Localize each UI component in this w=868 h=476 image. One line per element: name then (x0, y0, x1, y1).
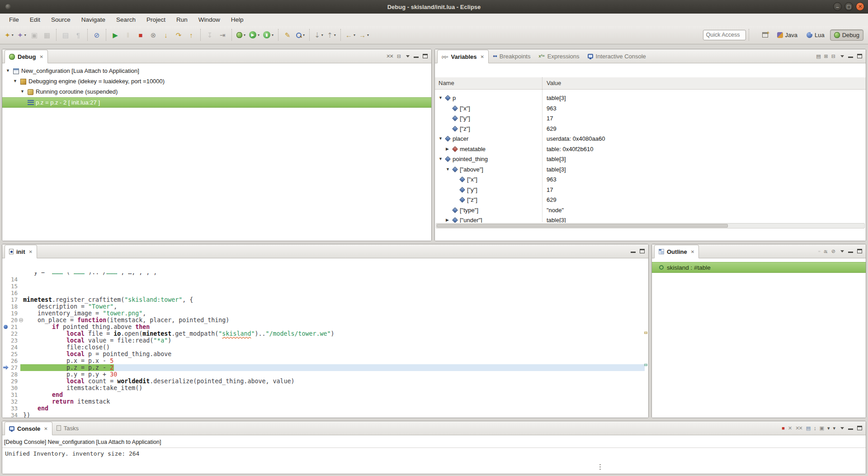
column-value[interactable]: Value (547, 80, 561, 86)
tab-outline[interactable]: Outline ✕ (654, 245, 699, 258)
close-tab-icon[interactable]: ✕ (44, 426, 47, 431)
debug-tree-row[interactable]: ▼Running coroutine (suspended) (2, 87, 431, 97)
tree-expander-icon[interactable]: ▶ (446, 218, 449, 222)
disconnect-button[interactable]: ⊗ (147, 29, 159, 41)
close-tab-icon[interactable]: ✕ (39, 54, 43, 59)
code-line[interactable]: 29 local count = worldedit.deserialize(p… (2, 378, 648, 385)
variable-row-pointed_thing[interactable]: ▼pointed_thingtable[3] (435, 154, 866, 165)
minimize-button[interactable]: – (833, 2, 842, 11)
tree-expander-icon[interactable]: ▼ (13, 79, 17, 83)
minimize-view-icon[interactable] (848, 54, 853, 58)
remove-launch-icon[interactable]: ✕ (788, 426, 791, 431)
code-line[interactable]: 19 inventory_image = "tower.png", (2, 310, 648, 317)
save-all-button[interactable]: ▦ (41, 29, 53, 41)
code-line[interactable]: 20 on_place = function(itemstack, placer… (2, 317, 648, 324)
line-number[interactable]: 20 (2, 317, 18, 324)
step-return-button[interactable]: ↑ (185, 29, 197, 41)
code-line[interactable]: 26 p.x = p.x - 5 (2, 357, 648, 364)
maximize-button[interactable]: ▢ (844, 2, 853, 11)
maximize-view-icon[interactable] (857, 426, 862, 430)
column-divider[interactable] (542, 77, 542, 89)
collapse-all-icon[interactable]: ⊟ (397, 54, 400, 59)
focus-icon[interactable]: ◦◦ (818, 249, 820, 254)
debug-button[interactable]: ▾ (235, 29, 247, 41)
tree-expander-icon[interactable]: ▼ (20, 89, 24, 94)
tab-breakpoints[interactable]: ●● Breakpoints (489, 49, 535, 63)
tree-expander-icon[interactable]: ▼ (446, 167, 450, 171)
dropdown-arrow-icon[interactable]: ▾ (24, 33, 26, 37)
tab-console[interactable]: Console ✕ (5, 422, 52, 435)
code-editor[interactable]: y = "………"("………").."/………", …, , , ,141516… (2, 272, 648, 418)
clear-console-icon[interactable]: ▤ (806, 426, 810, 431)
code-line[interactable]: 16 (2, 290, 648, 296)
sash-grip[interactable] (599, 464, 601, 471)
close-tab-icon[interactable]: ✕ (29, 249, 33, 254)
code-line[interactable]: 30 itemstack:take_item() (2, 385, 648, 391)
remove-all-terminated-icon[interactable]: ✕✕ (795, 426, 802, 431)
tree-expander-icon[interactable]: ▼ (6, 68, 10, 73)
display-selected-console-icon[interactable]: ▾ (827, 426, 829, 431)
tree-expander-icon[interactable]: ▼ (439, 95, 443, 100)
close-tab-icon[interactable]: ✕ (691, 249, 694, 254)
suspend-button[interactable]: ‖ (122, 29, 134, 41)
line-number[interactable]: 16 (2, 290, 18, 296)
show-whitespace-button[interactable]: ¶ (72, 29, 84, 41)
code-line[interactable]: 24 file:close() (2, 344, 648, 351)
code-line[interactable]: 18 description = "Tower", (2, 303, 648, 310)
menu-project[interactable]: Project (141, 14, 171, 26)
profile-button[interactable]: ▮▾ (262, 29, 275, 41)
window-menu-icon[interactable] (5, 4, 11, 10)
stack-frame-row[interactable]: p.z = p.z - 2 [ init.lua:27 ] (2, 97, 431, 108)
step-into-button[interactable]: ↓ (160, 29, 172, 41)
code-line[interactable]: 17minetest.register_craftitem("skisland:… (2, 296, 648, 303)
menu-navigate[interactable]: Navigate (76, 14, 111, 26)
line-number[interactable]: 23 (2, 337, 18, 344)
use-step-filters-button[interactable]: ⇥ (217, 29, 228, 41)
perspective-java[interactable]: Java (774, 30, 801, 40)
sort-icon[interactable]: a↓ (824, 249, 827, 254)
tab-debug[interactable]: Debug ✕ (5, 50, 48, 63)
breakpoint-icon[interactable] (4, 325, 8, 329)
tree-expander-icon[interactable]: ▼ (439, 136, 443, 141)
code-line[interactable]: 14 (2, 276, 648, 283)
new-lua-file-button[interactable]: ✎ (282, 29, 293, 41)
variable-row-under[interactable]: ▶["under"]table[3] (435, 215, 866, 223)
line-number[interactable]: 15 (2, 283, 18, 290)
line-number[interactable]: 28 (2, 371, 18, 378)
variable-row-metatable[interactable]: ▶metatabletable: 0x40f2b610 (435, 144, 866, 155)
dropdown-arrow-icon[interactable]: ▾ (303, 33, 305, 37)
print-button[interactable]: ▤ (60, 29, 71, 41)
dropdown-arrow-icon[interactable]: ▾ (12, 33, 14, 37)
code-line[interactable]: 32 return itemstack (2, 398, 648, 405)
pin-console-icon[interactable]: ▣ (820, 426, 823, 431)
back-button[interactable]: ←▾ (344, 29, 357, 41)
dropdown-arrow-icon[interactable]: ▾ (258, 33, 259, 37)
variable-row-p[interactable]: ▼ptable[3] (435, 93, 866, 104)
drop-to-frame-button[interactable]: ↧ (204, 29, 216, 41)
menu-file[interactable]: File (4, 14, 24, 26)
previous-annotation-button[interactable]: ⇡▾ (326, 29, 337, 41)
debug-tree-row[interactable]: ▼New_configuration [Lua Attach to Applic… (2, 66, 431, 76)
terminate-button[interactable]: ■ (135, 29, 146, 41)
scroll-lock-icon[interactable]: ↨ (814, 426, 816, 431)
search-button[interactable]: ▾ (294, 29, 306, 41)
open-perspective-button[interactable] (760, 29, 771, 41)
maximize-view-icon[interactable] (857, 249, 862, 253)
dropdown-arrow-icon[interactable]: ▾ (321, 33, 323, 37)
run-button[interactable]: ▶▾ (248, 29, 261, 41)
code-line[interactable]: 28 p.y = p.y + 30 (2, 371, 648, 378)
line-number[interactable]: 25 (2, 351, 18, 357)
code-line[interactable]: 34}) (2, 412, 648, 418)
variable-row-x[interactable]: ["x"]963 (435, 104, 866, 114)
tab-interactive-console[interactable]: Interactive Console (584, 49, 650, 63)
line-number[interactable]: 24 (2, 344, 18, 351)
view-menu-icon[interactable] (840, 55, 844, 57)
menu-window[interactable]: Window (193, 14, 226, 26)
tree-expander-icon[interactable]: ▼ (439, 157, 443, 161)
code-line[interactable]: 25 local p = pointed_thing.above (2, 351, 648, 357)
resume-button[interactable]: ▶ (109, 29, 121, 41)
minimize-view-icon[interactable] (631, 249, 636, 253)
view-menu-icon[interactable] (406, 55, 410, 57)
tab-init-lua[interactable]: init ✕ (5, 245, 37, 258)
variable-row-z[interactable]: ["z"]629 (435, 195, 866, 205)
